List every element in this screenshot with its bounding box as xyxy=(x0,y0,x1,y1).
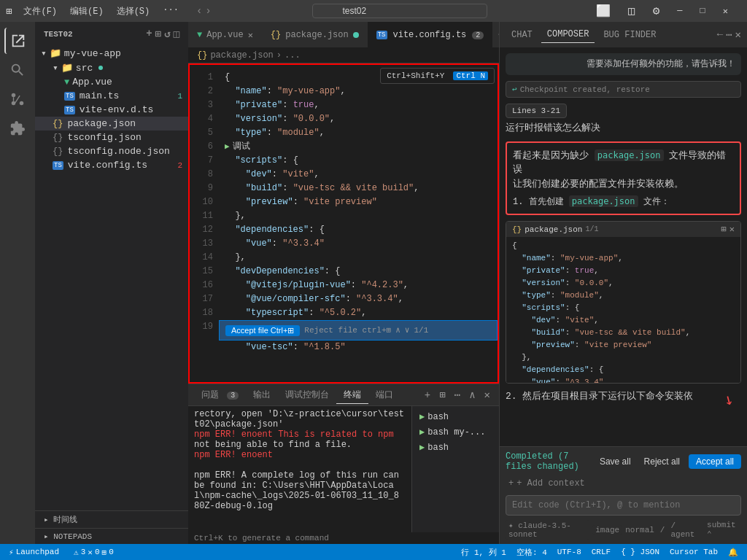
maximize-btn[interactable]: □ xyxy=(693,4,713,18)
file-label: App.vue xyxy=(72,77,112,88)
ai-step2-text: 2. 然后在项目根目录下运行以下命令安装依 xyxy=(506,389,693,404)
status-line-ending[interactable]: CRLF xyxy=(589,547,614,558)
panel-tab-terminal[interactable]: 终端 xyxy=(336,386,368,404)
status-warnings[interactable]: ⚠ 3 ✕ 0 ⊞ 0 xyxy=(71,548,117,557)
menu-more[interactable]: ··· xyxy=(157,4,185,19)
panel-tab-debug[interactable]: 调试控制台 xyxy=(278,386,336,404)
settings-icon[interactable]: ⚙ xyxy=(646,2,667,20)
status-position[interactable]: 行 1, 列 1 xyxy=(458,547,509,558)
preview-expand-icon[interactable]: ⊞ xyxy=(721,224,727,235)
panel-tab-output[interactable]: 输出 xyxy=(246,386,278,404)
minimize-btn[interactable]: — xyxy=(670,4,689,18)
breadcrumb-file[interactable]: package.json xyxy=(210,50,273,61)
file-item-tsconfig[interactable]: {} tsconfig.json xyxy=(35,131,188,144)
right-panel-close-icon[interactable]: ✕ xyxy=(735,28,741,41)
menu-select[interactable]: 选择(S) xyxy=(111,4,156,19)
activity-extensions[interactable] xyxy=(4,115,31,141)
reject-all-btn[interactable]: Reject all xyxy=(640,454,684,469)
tab-vite-config[interactable]: TS vite.config.ts 2 xyxy=(368,22,493,47)
timeline-header[interactable]: ▸ 时间线 xyxy=(35,511,188,528)
file-item-vite-config[interactable]: TS vite.config.ts 2 xyxy=(35,158,188,172)
notepads-header[interactable]: ▸ NOTEPADS xyxy=(35,529,188,544)
breadcrumb-section[interactable]: ... xyxy=(285,50,301,61)
terminal-shell-1[interactable]: ▶ bash xyxy=(415,409,496,424)
mode-tag[interactable]: normal xyxy=(622,525,657,535)
tabs-split-icon[interactable]: ⋯ xyxy=(492,22,499,47)
right-tab-composer[interactable]: COMPOSER xyxy=(541,26,595,43)
file-item-vite-env[interactable]: TS vite-env.d.ts xyxy=(35,103,188,117)
right-panel-back-icon[interactable]: ← xyxy=(717,28,723,41)
lines-ref[interactable]: Lines 3-21 xyxy=(506,104,567,118)
agent-tag[interactable]: / agent xyxy=(667,521,701,540)
status-spaces[interactable]: 空格: 4 xyxy=(514,547,550,558)
menu-file[interactable]: 文件(F) xyxy=(18,4,63,19)
line-num: 7 xyxy=(190,154,219,168)
status-language[interactable]: { } JSON xyxy=(618,547,662,558)
image-tag[interactable]: image xyxy=(592,525,622,535)
status-bar: ⚡ Launchpad ⚠ 3 ✕ 0 ⊞ 0 行 1, 列 1 空格: 4 U… xyxy=(0,544,747,560)
add-context-btn[interactable]: + + Add context xyxy=(506,476,741,491)
panel-more-icon[interactable]: ⋯ xyxy=(452,387,463,402)
reject-file-btn[interactable]: Reject file ctrl+⊞ xyxy=(304,322,391,338)
layout-icon1[interactable]: ⬜ xyxy=(589,2,618,20)
status-cursor-tab[interactable]: Cursor Tab xyxy=(667,547,721,558)
editor-content[interactable]: Ctrl+Shift+Y Ctrl N 1 2 3 4 5 6 7 8 9 10… xyxy=(188,63,499,384)
activity-bar xyxy=(0,22,35,544)
panel-tab-ports[interactable]: 端口 xyxy=(368,386,400,404)
status-encoding[interactable]: UTF-8 xyxy=(554,547,584,558)
activity-git[interactable] xyxy=(4,86,31,112)
preview-close-icon[interactable]: ✕ xyxy=(729,224,735,235)
terminal-shell-3[interactable]: ▶ bash xyxy=(415,440,496,455)
terminal-shell-2[interactable]: ▶ bash my-... xyxy=(415,424,496,440)
panel-tab-problems[interactable]: 问题 3 xyxy=(194,386,246,404)
file-item-src[interactable]: ▾ 📁 src xyxy=(35,61,188,75)
close-btn[interactable]: ✕ xyxy=(716,4,735,18)
nav-back[interactable]: ‹ xyxy=(196,5,202,17)
title-search-input[interactable] xyxy=(312,4,487,18)
file-item-main-ts[interactable]: TS main.ts 1 xyxy=(35,89,188,103)
panel-split-icon[interactable]: ⊞ xyxy=(436,387,448,402)
activity-explorer[interactable] xyxy=(4,28,31,54)
debug-triangle-icon[interactable]: ▶ xyxy=(225,140,230,154)
right-tab-chat[interactable]: CHAT xyxy=(506,27,538,43)
tab-package-json[interactable]: {} package.json xyxy=(262,22,368,47)
menu-bar[interactable]: 文件(F) 编辑(E) 选择(S) ··· xyxy=(18,4,184,19)
panel-close-icon[interactable]: ✕ xyxy=(481,387,493,402)
right-panel-more-icon[interactable]: ⋯ xyxy=(726,28,732,41)
compose-input[interactable] xyxy=(506,495,741,516)
new-file-icon[interactable]: + xyxy=(146,28,152,40)
accept-all-btn[interactable]: Accept all xyxy=(689,454,741,469)
panel-maximize-icon[interactable]: ∧ xyxy=(466,387,478,402)
save-all-btn[interactable]: Save all xyxy=(595,454,635,469)
tab-close-icon[interactable]: ✕ xyxy=(248,30,253,41)
file-item-package-json[interactable]: {} package.json xyxy=(35,117,188,131)
file-item-my-vue-app[interactable]: ▾ 📁 my-vue-app xyxy=(35,46,188,61)
nav-forward[interactable]: › xyxy=(205,5,211,17)
hover-shortcut2: Ctrl N xyxy=(453,71,488,80)
accept-file-btn[interactable]: Accept file Ctrl+⊞ xyxy=(225,325,300,336)
submit-btn[interactable]: submit ⌃ xyxy=(704,520,741,540)
refresh-icon[interactable]: ↺ xyxy=(164,28,170,40)
right-panel-tabs: CHAT COMPOSER BUG FINDER ← ⋯ ✕ xyxy=(500,22,747,47)
code-editor[interactable]: { "name": "my-vue-app", "private": true,… xyxy=(219,65,498,382)
panel-add-icon[interactable]: + xyxy=(422,388,433,402)
status-bell-icon[interactable]: 🔔 xyxy=(725,547,741,558)
window-controls[interactable]: ⬜ ◫ ⚙ — □ ✕ xyxy=(583,1,741,21)
layout-icon2[interactable]: ◫ xyxy=(621,2,643,20)
tab-app-vue[interactable]: ▼ App.vue ✕ xyxy=(188,22,262,47)
terminal-status-bar: Ctrl+K to generate a command xyxy=(188,532,499,544)
debug-label[interactable]: 调试 xyxy=(233,140,250,154)
activity-search[interactable] xyxy=(4,57,31,83)
file-item-app-vue[interactable]: ▼ App.vue xyxy=(35,75,188,89)
model-selector[interactable]: ✦ claude-3.5-sonnet xyxy=(506,520,589,540)
terminal-output[interactable]: rectory, open 'D:\z-practice\cursor\test… xyxy=(188,406,411,532)
line-num: 16 xyxy=(190,279,219,292)
menu-edit[interactable]: 编辑(E) xyxy=(64,4,109,19)
file-item-tsconfig-node[interactable]: {} tsconfig.node.json xyxy=(35,144,188,158)
collapse-icon[interactable]: ◫ xyxy=(174,28,179,40)
status-launchpad[interactable]: ⚡ Launchpad xyxy=(6,548,62,557)
suggestion-counter-down: ∨ xyxy=(405,322,410,338)
right-tab-bug[interactable]: BUG FINDER xyxy=(597,27,662,43)
line-num: 12 xyxy=(190,223,219,237)
new-folder-icon[interactable]: ⊞ xyxy=(155,28,161,40)
